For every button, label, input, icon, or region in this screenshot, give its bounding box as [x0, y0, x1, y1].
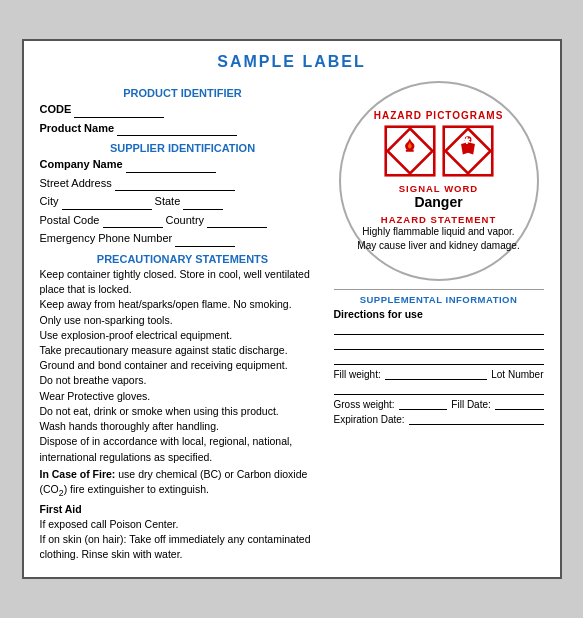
- directions-line-2: [334, 338, 544, 350]
- fill-weight-row: Fill weight: Lot Number: [334, 368, 544, 380]
- emergency-phone-label: Emergency Phone Number: [40, 232, 173, 244]
- country-field: [207, 216, 267, 228]
- hazard-statement-title: HAZARD STATEMENT: [381, 214, 496, 225]
- code-label: CODE: [40, 103, 72, 115]
- health-hazard-pictogram: ✱: [442, 125, 494, 177]
- fill-date-field: [495, 398, 544, 410]
- svg-text:✱: ✱: [462, 136, 470, 146]
- fill-weight-field: [385, 368, 488, 380]
- city-field: [62, 198, 152, 210]
- precautionary-lines: Keep container tightly closed. Store in …: [40, 267, 326, 465]
- emergency-phone-field: [175, 235, 235, 247]
- content-wrapper: PRODUCT IDENTIFIER CODE Product Name SUP…: [40, 81, 544, 564]
- product-identifier-title: PRODUCT IDENTIFIER: [40, 87, 326, 99]
- fire-text: In Case of Fire: use dry chemical (BC) o…: [40, 467, 326, 500]
- signal-word-title: SIGNAL WORD: [399, 183, 478, 194]
- supplemental-section: SUPPLEMENTAL INFORMATION Directions for …: [334, 289, 544, 425]
- main-title: SAMPLE LABEL: [40, 53, 544, 71]
- code-row: CODE: [40, 101, 326, 118]
- supplier-identification-title: SUPPLIER IDENTIFICATION: [40, 142, 326, 154]
- directions-line-1: [334, 323, 544, 335]
- product-name-row: Product Name: [40, 120, 326, 137]
- street-address-label: Street Address: [40, 177, 112, 189]
- first-aid-line-2: If on skin (on hair): Take off immediate…: [40, 533, 311, 560]
- directions-label: Directions for use: [334, 308, 544, 320]
- fill-date-label: Fill Date:: [451, 399, 490, 410]
- flame-pictogram: [384, 125, 436, 177]
- directions-line-3: [334, 353, 544, 365]
- hazard-pictograms-title: HAZARD PICTOGRAMS: [374, 110, 504, 121]
- first-aid-label: First Aid: [40, 503, 82, 515]
- street-address-field: [115, 179, 235, 191]
- gross-weight-label: Gross weight:: [334, 399, 395, 410]
- city-state-row: City State: [40, 193, 326, 210]
- fire-label: In Case of Fire:: [40, 468, 116, 480]
- svg-rect-2: [405, 150, 413, 152]
- company-name-field: [126, 161, 216, 173]
- lot-number-field: [334, 383, 544, 395]
- right-column: HAZARD PICTOGRAMS: [334, 81, 544, 564]
- signal-word-value: Danger: [414, 194, 462, 210]
- street-address-row: Street Address: [40, 175, 326, 192]
- precautionary-title: PRECAUTIONARY STATEMENTS: [40, 253, 326, 265]
- left-column: PRODUCT IDENTIFIER CODE Product Name SUP…: [40, 81, 326, 564]
- state-label: State: [155, 195, 181, 207]
- product-name-field: [117, 124, 237, 136]
- first-aid-section: First Aid If exposed call Poison Center.…: [40, 502, 326, 563]
- gross-weight-field: [399, 398, 448, 410]
- hazard-statement-text: Highly flammable liquid and vapor. May c…: [357, 225, 519, 252]
- expiration-field: [409, 413, 544, 425]
- code-field: [74, 106, 164, 118]
- supplemental-title: SUPPLEMENTAL INFORMATION: [334, 294, 544, 305]
- precautionary-section: PRECAUTIONARY STATEMENTS Keep container …: [40, 253, 326, 563]
- gross-weight-row: Gross weight: Fill Date:: [334, 398, 544, 410]
- postal-country-row: Postal Code Country: [40, 212, 326, 229]
- pictograms-row: ✱: [384, 125, 494, 177]
- sample-label: SAMPLE LABEL PRODUCT IDENTIFIER CODE Pro…: [22, 39, 562, 578]
- state-field: [183, 198, 223, 210]
- emergency-phone-row: Emergency Phone Number: [40, 230, 326, 247]
- product-name-label: Product Name: [40, 122, 115, 134]
- expiration-row: Expiration Date:: [334, 413, 544, 425]
- first-aid-line-1: If exposed call Poison Center.: [40, 518, 179, 530]
- hazard-circle: HAZARD PICTOGRAMS: [339, 81, 539, 281]
- expiration-label: Expiration Date:: [334, 414, 405, 425]
- city-label: City: [40, 195, 59, 207]
- country-label: Country: [166, 214, 205, 226]
- postal-field: [103, 216, 163, 228]
- lot-number-label: Lot Number: [491, 369, 543, 380]
- company-name-row: Company Name: [40, 156, 326, 173]
- company-name-label: Company Name: [40, 158, 123, 170]
- fill-weight-label: Fill weight:: [334, 369, 381, 380]
- postal-label: Postal Code: [40, 214, 100, 226]
